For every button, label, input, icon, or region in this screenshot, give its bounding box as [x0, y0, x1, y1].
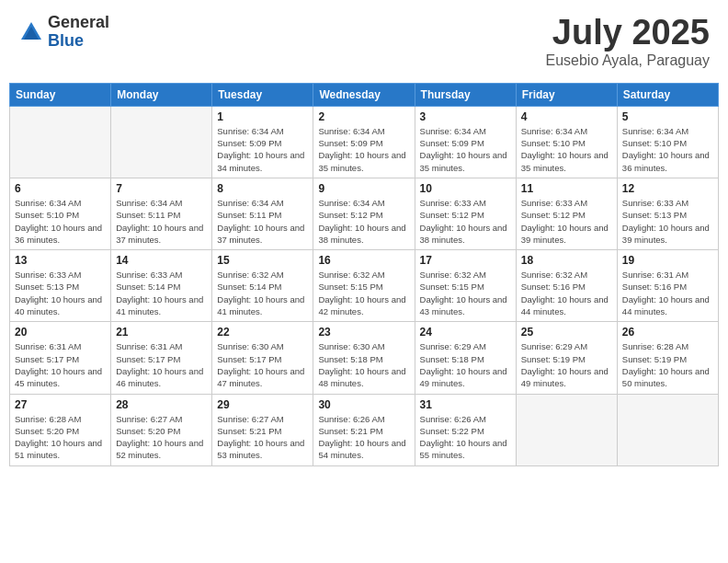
- weekday-header: Wednesday: [313, 83, 415, 106]
- day-number: 15: [217, 254, 308, 267]
- calendar-week-row: 27Sunrise: 6:28 AM Sunset: 5:20 PM Dayli…: [10, 394, 719, 465]
- calendar-cell: [617, 394, 718, 465]
- month-title: July 2025: [546, 14, 711, 52]
- day-number: 26: [622, 326, 713, 339]
- weekday-header: Tuesday: [212, 83, 313, 106]
- day-info: Sunrise: 6:26 AM Sunset: 5:21 PM Dayligh…: [318, 413, 409, 462]
- calendar-cell: 17Sunrise: 6:32 AM Sunset: 5:15 PM Dayli…: [415, 250, 516, 322]
- day-number: 8: [217, 182, 308, 195]
- calendar-cell: 21Sunrise: 6:31 AM Sunset: 5:17 PM Dayli…: [111, 322, 212, 394]
- day-info: Sunrise: 6:33 AM Sunset: 5:13 PM Dayligh…: [15, 269, 106, 317]
- calendar-cell: 24Sunrise: 6:29 AM Sunset: 5:18 PM Dayli…: [415, 322, 516, 394]
- weekday-header: Thursday: [415, 83, 516, 106]
- calendar-week-row: 13Sunrise: 6:33 AM Sunset: 5:13 PM Dayli…: [10, 250, 719, 322]
- day-number: 23: [318, 326, 409, 339]
- day-info: Sunrise: 6:31 AM Sunset: 5:17 PM Dayligh…: [15, 340, 106, 389]
- logo-general: General: [48, 13, 109, 31]
- day-number: 5: [622, 110, 713, 123]
- day-number: 4: [521, 110, 612, 123]
- location-title: Eusebio Ayala, Paraguay: [546, 52, 711, 69]
- day-info: Sunrise: 6:34 AM Sunset: 5:11 PM Dayligh…: [217, 197, 308, 246]
- weekday-header: Saturday: [617, 83, 718, 106]
- day-number: 20: [15, 326, 106, 339]
- calendar-cell: 30Sunrise: 6:26 AM Sunset: 5:21 PM Dayli…: [313, 394, 415, 465]
- calendar-cell: 15Sunrise: 6:32 AM Sunset: 5:14 PM Dayli…: [212, 250, 313, 322]
- day-number: 21: [116, 326, 207, 339]
- weekday-header: Monday: [111, 83, 212, 106]
- calendar-cell: 14Sunrise: 6:33 AM Sunset: 5:14 PM Dayli…: [111, 250, 212, 322]
- calendar-cell: 27Sunrise: 6:28 AM Sunset: 5:20 PM Dayli…: [10, 394, 111, 465]
- logo-blue: Blue: [48, 31, 84, 50]
- calendar-cell: 13Sunrise: 6:33 AM Sunset: 5:13 PM Dayli…: [10, 250, 111, 322]
- day-info: Sunrise: 6:33 AM Sunset: 5:12 PM Dayligh…: [420, 197, 511, 246]
- calendar-cell: 12Sunrise: 6:33 AM Sunset: 5:13 PM Dayli…: [617, 178, 718, 249]
- day-info: Sunrise: 6:27 AM Sunset: 5:21 PM Dayligh…: [217, 413, 308, 462]
- day-info: Sunrise: 6:27 AM Sunset: 5:20 PM Dayligh…: [116, 413, 207, 462]
- day-info: Sunrise: 6:26 AM Sunset: 5:22 PM Dayligh…: [420, 413, 511, 462]
- calendar-cell: 23Sunrise: 6:30 AM Sunset: 5:18 PM Dayli…: [313, 322, 415, 394]
- day-number: 16: [318, 254, 409, 267]
- calendar-cell: 31Sunrise: 6:26 AM Sunset: 5:22 PM Dayli…: [415, 394, 516, 465]
- day-number: 30: [318, 398, 409, 411]
- day-number: 31: [420, 398, 511, 411]
- page-header: General Blue July 2025 Eusebio Ayala, Pa…: [9, 9, 719, 74]
- calendar-cell: 18Sunrise: 6:32 AM Sunset: 5:16 PM Dayli…: [516, 250, 617, 322]
- calendar-cell: [111, 106, 212, 178]
- day-info: Sunrise: 6:34 AM Sunset: 5:09 PM Dayligh…: [318, 125, 409, 174]
- day-number: 25: [521, 326, 612, 339]
- day-info: Sunrise: 6:34 AM Sunset: 5:10 PM Dayligh…: [15, 197, 106, 246]
- title-block: July 2025 Eusebio Ayala, Paraguay: [546, 14, 711, 69]
- calendar-cell: 3Sunrise: 6:34 AM Sunset: 5:09 PM Daylig…: [415, 106, 516, 178]
- calendar-cell: 25Sunrise: 6:29 AM Sunset: 5:19 PM Dayli…: [516, 322, 617, 394]
- day-number: 19: [622, 254, 713, 267]
- day-info: Sunrise: 6:34 AM Sunset: 5:10 PM Dayligh…: [622, 125, 713, 174]
- day-number: 17: [420, 254, 511, 267]
- day-info: Sunrise: 6:33 AM Sunset: 5:13 PM Dayligh…: [622, 197, 713, 246]
- day-info: Sunrise: 6:32 AM Sunset: 5:15 PM Dayligh…: [420, 269, 511, 317]
- calendar-week-row: 1Sunrise: 6:34 AM Sunset: 5:09 PM Daylig…: [10, 106, 719, 178]
- day-number: 3: [420, 110, 511, 123]
- calendar-cell: 4Sunrise: 6:34 AM Sunset: 5:10 PM Daylig…: [516, 106, 617, 178]
- day-info: Sunrise: 6:30 AM Sunset: 5:18 PM Dayligh…: [318, 340, 409, 389]
- day-number: 18: [521, 254, 612, 267]
- day-number: 9: [318, 182, 409, 195]
- logo: General Blue: [18, 14, 109, 51]
- weekday-header: Friday: [516, 83, 617, 106]
- day-number: 13: [15, 254, 106, 267]
- calendar-cell: 9Sunrise: 6:34 AM Sunset: 5:12 PM Daylig…: [313, 178, 415, 249]
- day-info: Sunrise: 6:28 AM Sunset: 5:20 PM Dayligh…: [15, 413, 106, 462]
- calendar-cell: 1Sunrise: 6:34 AM Sunset: 5:09 PM Daylig…: [212, 106, 313, 178]
- calendar-table: SundayMondayTuesdayWednesdayThursdayFrid…: [9, 83, 719, 466]
- day-number: 27: [15, 398, 106, 411]
- calendar-cell: 8Sunrise: 6:34 AM Sunset: 5:11 PM Daylig…: [212, 178, 313, 249]
- day-number: 14: [116, 254, 207, 267]
- calendar-cell: 7Sunrise: 6:34 AM Sunset: 5:11 PM Daylig…: [111, 178, 212, 249]
- day-info: Sunrise: 6:34 AM Sunset: 5:11 PM Dayligh…: [116, 197, 207, 246]
- calendar-cell: 28Sunrise: 6:27 AM Sunset: 5:20 PM Dayli…: [111, 394, 212, 465]
- calendar-cell: 6Sunrise: 6:34 AM Sunset: 5:10 PM Daylig…: [10, 178, 111, 249]
- calendar-cell: 26Sunrise: 6:28 AM Sunset: 5:19 PM Dayli…: [617, 322, 718, 394]
- weekday-header: Sunday: [10, 83, 111, 106]
- day-number: 2: [318, 110, 409, 123]
- day-info: Sunrise: 6:30 AM Sunset: 5:17 PM Dayligh…: [217, 340, 308, 389]
- day-info: Sunrise: 6:29 AM Sunset: 5:18 PM Dayligh…: [420, 340, 511, 389]
- calendar-cell: 5Sunrise: 6:34 AM Sunset: 5:10 PM Daylig…: [617, 106, 718, 178]
- day-number: 6: [15, 182, 106, 195]
- calendar-cell: 19Sunrise: 6:31 AM Sunset: 5:16 PM Dayli…: [617, 250, 718, 322]
- day-number: 22: [217, 326, 308, 339]
- day-number: 1: [217, 110, 308, 123]
- day-number: 29: [217, 398, 308, 411]
- day-info: Sunrise: 6:34 AM Sunset: 5:09 PM Dayligh…: [420, 125, 511, 174]
- logo-text: General Blue: [48, 14, 109, 51]
- calendar-cell: 16Sunrise: 6:32 AM Sunset: 5:15 PM Dayli…: [313, 250, 415, 322]
- day-info: Sunrise: 6:33 AM Sunset: 5:14 PM Dayligh…: [116, 269, 207, 317]
- day-number: 24: [420, 326, 511, 339]
- day-info: Sunrise: 6:34 AM Sunset: 5:09 PM Dayligh…: [217, 125, 308, 174]
- calendar-cell: 20Sunrise: 6:31 AM Sunset: 5:17 PM Dayli…: [10, 322, 111, 394]
- day-number: 7: [116, 182, 207, 195]
- day-number: 11: [521, 182, 612, 195]
- day-number: 10: [420, 182, 511, 195]
- weekday-header-row: SundayMondayTuesdayWednesdayThursdayFrid…: [10, 83, 719, 106]
- day-number: 12: [622, 182, 713, 195]
- day-info: Sunrise: 6:29 AM Sunset: 5:19 PM Dayligh…: [521, 340, 612, 389]
